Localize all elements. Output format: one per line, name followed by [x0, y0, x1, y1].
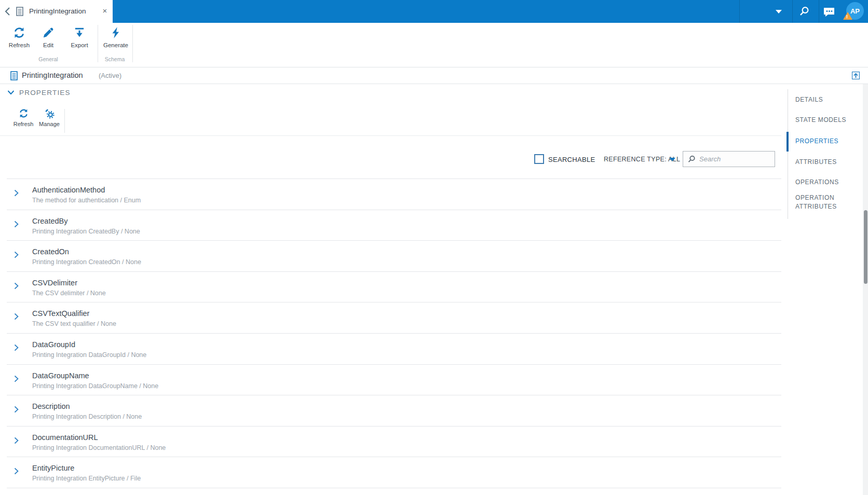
refresh-button[interactable]: Refresh: [7, 26, 31, 55]
property-row[interactable]: Description Printing Integration Descrip…: [7, 395, 781, 427]
property-row[interactable]: EntityPicture Printing Integration Entit…: [7, 457, 781, 488]
entity-title-bar: PrintingIntegration (Active): [0, 67, 868, 84]
chevron-down-icon[interactable]: [669, 158, 675, 161]
property-row[interactable]: AuthenticationMethod The method for auth…: [7, 179, 781, 210]
generate-label: Generate: [103, 42, 128, 48]
section-heading: PROPERTIES: [19, 89, 71, 97]
collapse-chevron-icon[interactable]: [7, 90, 15, 95]
chat-icon[interactable]: [823, 5, 835, 18]
property-list: AuthenticationMethod The method for auth…: [7, 178, 781, 488]
chevron-right-icon[interactable]: [14, 406, 19, 413]
chevron-right-icon[interactable]: [14, 221, 19, 228]
searchable-checkbox[interactable]: [534, 154, 544, 164]
chevron-right-icon[interactable]: [14, 189, 19, 197]
property-name: EntityPicture: [32, 464, 74, 472]
property-name: CreatedBy: [32, 217, 68, 225]
toolbar-divider: [132, 25, 133, 62]
refresh-icon: [18, 108, 29, 119]
property-name: CSVDelimiter: [32, 279, 77, 287]
property-description: Printing Integration EntityPicture / Fil…: [32, 475, 141, 482]
entity-name: PrintingIntegration: [22, 71, 83, 79]
entity-tab[interactable]: PrintingIntegration ×: [0, 0, 113, 23]
property-name: CSVTextQualifier: [32, 309, 89, 318]
nav-divider: [788, 89, 788, 219]
property-description: The method for authentication / Enum: [32, 197, 141, 204]
nav-item-operation-attributes[interactable]: OPERATION ATTRIBUTES: [795, 194, 856, 211]
property-name: DataGroupName: [32, 372, 89, 380]
chevron-right-icon[interactable]: [14, 313, 19, 320]
chevron-right-icon[interactable]: [14, 468, 19, 475]
property-name: DocumentationURL: [32, 433, 98, 442]
warning-icon[interactable]: !: [843, 12, 852, 20]
chevron-down-icon[interactable]: [776, 10, 782, 13]
popout-icon[interactable]: [852, 72, 860, 79]
export-icon: [73, 26, 86, 39]
property-row[interactable]: CreatedOn Printing Integration CreatedOn…: [7, 241, 781, 272]
property-row[interactable]: CSVDelimiter The CSV delimiter / None: [7, 272, 781, 303]
app-window: PrintingIntegration × AP !: [0, 0, 868, 495]
property-row[interactable]: DocumentationURL Printing Integration Do…: [7, 427, 781, 458]
property-description: Printing Integration Description / None: [32, 413, 142, 420]
property-name: CreatedOn: [32, 248, 69, 256]
property-description: The CSV delimiter / None: [32, 290, 106, 297]
topbar-divider: [819, 0, 819, 23]
nav-active-indicator: [786, 132, 789, 152]
nav-item-state-models[interactable]: STATE MODELS: [795, 116, 856, 125]
properties-toolbar: Refresh Manage: [0, 104, 781, 136]
ribbon-toolbar: Refresh Edit Export Generate General: [0, 23, 868, 67]
entity-document-icon: [10, 71, 18, 80]
properties-section-header[interactable]: PROPERTIES: [0, 86, 71, 99]
edit-label: Edit: [43, 42, 53, 48]
search-icon: [687, 155, 696, 163]
toolbar-divider: [64, 109, 65, 133]
document-icon: [16, 7, 23, 16]
manage-label: Manage: [39, 121, 60, 127]
property-description: Printing Integration CreatedOn / None: [32, 258, 141, 266]
search-input[interactable]: [699, 155, 767, 163]
property-row[interactable]: CSVTextQualifier The CSV text qualifier …: [7, 302, 781, 334]
generate-button[interactable]: Generate: [103, 26, 129, 55]
property-description: Printing Integration DataGroupId / None: [32, 351, 146, 359]
chevron-right-icon[interactable]: [14, 282, 19, 290]
chevron-right-icon[interactable]: [14, 251, 19, 258]
refresh-label: Refresh: [9, 42, 30, 48]
edit-icon: [42, 26, 55, 39]
property-description: Printing Integration CreatedBy / None: [32, 228, 140, 235]
group-label-schema: Schema: [98, 56, 132, 62]
entity-status: (Active): [99, 72, 121, 79]
export-button[interactable]: Export: [68, 26, 91, 55]
chevron-right-icon[interactable]: [14, 344, 19, 351]
export-label: Export: [71, 42, 88, 48]
chevron-right-icon[interactable]: [14, 375, 19, 382]
nav-item-attributes[interactable]: ATTRIBUTES: [795, 158, 856, 167]
property-description: Printing Integration DataGroupName / Non…: [32, 382, 158, 390]
refresh-icon: [12, 26, 26, 39]
edit-button[interactable]: Edit: [37, 26, 59, 55]
group-label-general: General: [29, 56, 68, 62]
property-row[interactable]: DataGroupId Printing Integration DataGro…: [7, 334, 781, 365]
scrollbar-track[interactable]: [863, 84, 868, 495]
property-row[interactable]: CreatedBy Printing Integration CreatedBy…: [7, 210, 781, 241]
manage-icon: [44, 108, 55, 119]
topbar-divider: [792, 0, 793, 23]
nav-item-operations[interactable]: OPERATIONS: [795, 178, 856, 187]
generate-icon: [109, 26, 123, 39]
back-icon[interactable]: [4, 7, 11, 16]
property-name: DataGroupId: [32, 340, 75, 349]
properties-refresh-button[interactable]: Refresh: [12, 108, 35, 134]
property-name: AuthenticationMethod: [32, 186, 105, 194]
close-tab-icon[interactable]: ×: [100, 6, 110, 16]
search-icon[interactable]: [798, 5, 810, 18]
properties-manage-button[interactable]: Manage: [37, 108, 61, 134]
tab-title: PrintingIntegration: [29, 0, 86, 23]
property-description: Printing Integration DocumentationURL / …: [32, 444, 166, 451]
nav-item-properties[interactable]: PROPERTIES: [795, 137, 856, 146]
scrollbar-thumb[interactable]: [864, 210, 867, 284]
refresh-label: Refresh: [13, 121, 34, 127]
search-box: [683, 151, 775, 167]
property-description: The CSV text qualifier / None: [32, 320, 116, 327]
searchable-label: SEARCHABLE: [548, 156, 595, 163]
property-row[interactable]: DataGroupName Printing Integration DataG…: [7, 365, 781, 396]
chevron-right-icon[interactable]: [14, 437, 19, 444]
nav-item-details[interactable]: DETAILS: [795, 95, 856, 104]
